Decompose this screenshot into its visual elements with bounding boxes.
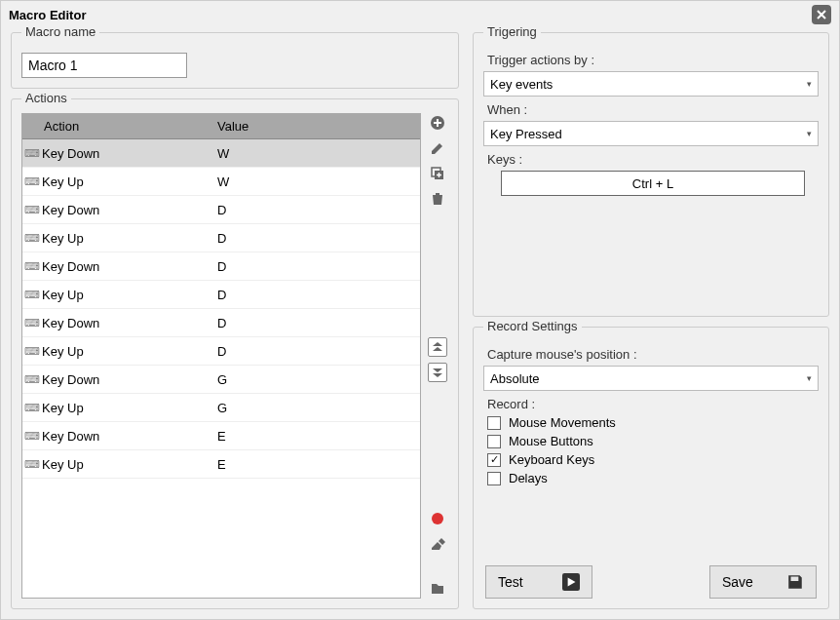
import-button[interactable]: [428, 579, 447, 599]
action-row[interactable]: ⌨Key DownE: [22, 422, 420, 450]
checkbox[interactable]: [487, 416, 501, 430]
keyboard-icon: ⌨: [22, 289, 42, 301]
keys-input[interactable]: Ctrl + L: [501, 171, 805, 196]
action-row[interactable]: ⌨Key UpE: [22, 450, 420, 479]
action-value: E: [217, 429, 420, 444]
test-button[interactable]: Test: [485, 565, 592, 599]
titlebar: Macro Editor: [1, 1, 839, 28]
action-name: Key Up: [42, 457, 217, 472]
action-name: Key Down: [42, 372, 217, 387]
keyboard-icon: ⌨: [22, 232, 42, 245]
record-option[interactable]: Mouse Buttons: [487, 434, 819, 448]
add-action-button[interactable]: [428, 113, 447, 133]
keyboard-icon: ⌨: [22, 430, 42, 443]
record-legend: Record Settings: [483, 319, 582, 333]
action-value: G: [217, 372, 420, 387]
checkbox[interactable]: [487, 472, 501, 485]
action-name: Key Up: [42, 231, 217, 246]
when-label: When :: [487, 102, 819, 117]
action-row[interactable]: ⌨Key DownG: [22, 366, 420, 394]
keyboard-icon: ⌨: [22, 204, 42, 216]
record-option[interactable]: ✓Keyboard Keys: [487, 452, 819, 467]
save-button-label: Save: [722, 574, 753, 590]
triggering-legend: Trigering: [483, 24, 541, 39]
test-button-label: Test: [498, 574, 523, 590]
action-value: G: [217, 401, 420, 415]
action-name: Key Up: [42, 288, 217, 302]
action-row[interactable]: ⌨Key UpG: [22, 394, 420, 422]
move-up-button[interactable]: [428, 337, 447, 357]
move-down-button[interactable]: [428, 363, 447, 382]
keyboard-icon: ⌨: [22, 175, 42, 188]
when-combo[interactable]: Key Pressed ▾: [483, 121, 819, 146]
action-value: D: [217, 259, 420, 274]
duplicate-action-button[interactable]: [428, 164, 447, 183]
edit-action-button[interactable]: [428, 138, 447, 158]
action-name: Key Up: [42, 401, 217, 415]
actions-table: Action Value ⌨Key DownW⌨Key UpW⌨Key Down…: [21, 113, 421, 599]
actions-group: Actions Action Value ⌨Key DownW⌨Key UpW⌨…: [11, 98, 459, 609]
action-value: D: [217, 316, 420, 330]
action-row[interactable]: ⌨Key UpD: [22, 281, 420, 309]
record-option-label: Keyboard Keys: [509, 452, 594, 467]
capture-combo[interactable]: Absolute ▾: [483, 366, 819, 391]
triggering-group: Trigering Trigger actions by : Key event…: [473, 32, 829, 317]
record-option-label: Mouse Buttons: [509, 434, 593, 448]
keyboard-icon: ⌨: [22, 345, 42, 358]
actions-header: Action Value: [22, 114, 420, 139]
actions-side-buttons: [427, 113, 448, 599]
chevron-down-icon: ▾: [807, 79, 812, 89]
action-value: D: [217, 344, 420, 359]
chevron-down-icon: ▾: [807, 373, 812, 383]
action-value: D: [217, 288, 420, 302]
record-settings-group: Record Settings Capture mouse's position…: [473, 327, 829, 609]
actions-legend: Actions: [21, 91, 71, 105]
action-value: E: [217, 457, 420, 472]
macro-editor-window: Macro Editor Macro name Actions Action V…: [0, 0, 840, 620]
save-button[interactable]: Save: [709, 565, 817, 599]
save-icon: [786, 573, 804, 591]
capture-value: Absolute: [490, 371, 540, 386]
action-row[interactable]: ⌨Key UpD: [22, 224, 420, 252]
trigger-by-combo[interactable]: Key events ▾: [483, 71, 819, 97]
keyboard-icon: ⌨: [22, 458, 42, 471]
window-title: Macro Editor: [9, 8, 86, 22]
action-row[interactable]: ⌨Key UpD: [22, 337, 420, 366]
action-name: Key Down: [42, 203, 217, 217]
action-row[interactable]: ⌨Key UpW: [22, 168, 420, 196]
keyboard-icon: ⌨: [22, 260, 42, 273]
record-option[interactable]: Delays: [487, 471, 819, 485]
header-value: Value: [217, 119, 420, 134]
svg-point-3: [432, 513, 443, 524]
play-icon: [562, 573, 580, 591]
trigger-by-label: Trigger actions by :: [487, 53, 819, 67]
action-name: Key Down: [42, 146, 217, 161]
keys-label: Keys :: [487, 152, 819, 167]
action-value: D: [217, 231, 420, 246]
action-row[interactable]: ⌨Key DownD: [22, 196, 420, 224]
clear-button[interactable]: [428, 534, 447, 554]
record-label: Record :: [487, 397, 819, 411]
action-value: D: [217, 203, 420, 217]
record-button[interactable]: [428, 509, 447, 528]
chevron-down-icon: ▾: [807, 129, 812, 138]
action-name: Key Up: [42, 344, 217, 359]
record-option-label: Delays: [509, 471, 548, 485]
checkbox[interactable]: ✓: [487, 453, 501, 467]
close-button[interactable]: [812, 5, 831, 24]
trigger-by-value: Key events: [490, 77, 553, 92]
keyboard-icon: ⌨: [22, 373, 42, 386]
keyboard-icon: ⌨: [22, 402, 42, 414]
action-name: Key Up: [42, 174, 217, 189]
record-option[interactable]: Mouse Movements: [487, 415, 819, 430]
delete-action-button[interactable]: [428, 189, 447, 209]
keyboard-icon: ⌨: [22, 317, 42, 329]
action-row[interactable]: ⌨Key DownW: [22, 139, 420, 168]
macro-name-legend: Macro name: [21, 24, 99, 39]
macro-name-input[interactable]: [21, 53, 187, 78]
action-row[interactable]: ⌨Key DownD: [22, 309, 420, 337]
actions-rows: ⌨Key DownW⌨Key UpW⌨Key DownD⌨Key UpD⌨Key…: [22, 139, 420, 598]
action-row[interactable]: ⌨Key DownD: [22, 252, 420, 281]
checkbox[interactable]: [487, 435, 501, 448]
capture-label: Capture mouse's position :: [487, 347, 819, 362]
